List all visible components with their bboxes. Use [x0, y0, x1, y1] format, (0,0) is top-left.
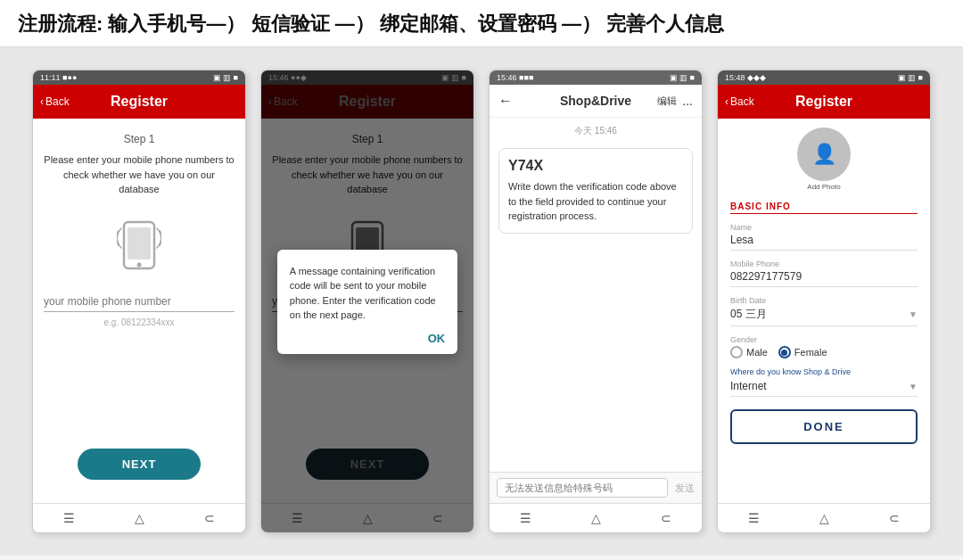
home-icon-1[interactable]: △ [135, 511, 144, 525]
back-arrow-3[interactable]: ← [498, 93, 513, 109]
avatar[interactable]: 👤 [797, 128, 851, 181]
male-label: Male [746, 347, 768, 358]
where-know-value: Internet [730, 380, 767, 392]
home-icon-4[interactable]: △ [819, 511, 829, 525]
page-heading: 注册流程: 输入手机号—） 短信验证 —） 绑定邮箱、设置密码 —） 完善个人信… [0, 0, 963, 47]
menu-icon-3[interactable]: ☰ [520, 511, 531, 525]
dialog-text: A message containing verification code w… [290, 264, 445, 323]
back-button-1[interactable]: ‹ Back [40, 95, 70, 108]
female-option[interactable]: Female [778, 346, 827, 358]
phone-icon-1 [117, 220, 161, 274]
back-icon-3[interactable]: ⊂ [661, 511, 671, 525]
edit-button[interactable]: 编辑 [657, 95, 677, 108]
dialog-ok-button[interactable]: OK [290, 332, 445, 345]
bottom-nav-3: ☰ △ ⊂ [490, 503, 702, 532]
svg-point-2 [137, 262, 142, 267]
phone-input-1[interactable] [44, 292, 235, 312]
screen-1: 11:11 ■●● ▣ ▥ ■ ‹ Back Register Step 1 P… [32, 70, 246, 533]
chat-input[interactable] [497, 478, 668, 498]
male-radio[interactable] [730, 346, 743, 358]
menu-icon-1[interactable]: ☰ [63, 511, 75, 525]
mobile-value[interactable]: 082297177579 [730, 270, 918, 287]
example-text-1: e.g. 08122334xxx [104, 317, 175, 327]
home-icon-3[interactable]: △ [591, 511, 601, 525]
mobile-field: Mobile Phone 082297177579 [730, 259, 918, 287]
header-title-1: Register [111, 94, 168, 110]
screen-3: 15:46 ■■■ ▣ ▥ ■ ← Shop&Drive 编辑 ... 今天 1… [489, 70, 703, 533]
step-label-1: Step 1 [124, 133, 155, 145]
screen-2: 15:46 ●●◆ ▣ ▥ ■ ‹ Back Register Step 1 P… [260, 70, 474, 533]
where-know-select[interactable]: Internet ▼ [730, 380, 918, 397]
where-know-link[interactable]: Where do you know Shop & Drive [730, 367, 918, 376]
gender-row: Male Female [730, 346, 918, 358]
dialog-overlay: A message containing verification code w… [261, 70, 473, 532]
chat-title: Shop&Drive [560, 94, 631, 108]
back-button-4[interactable]: ‹ Back [725, 95, 754, 108]
female-label: Female [794, 347, 827, 358]
birthdate-select[interactable]: 05 三月 ▼ [730, 307, 918, 326]
register-body: 👤 Add Photo BASIC INFO Name Lesa Mobile … [718, 119, 930, 503]
gender-label: Gender [730, 335, 918, 344]
next-button-1[interactable]: NEXT [78, 449, 202, 480]
step-desc-1: Please enter your mobile phone numbers t… [44, 152, 235, 197]
dropdown-arrow-where: ▼ [909, 382, 918, 391]
chat-bubble: Y74X Write down the verification code ab… [498, 148, 693, 234]
name-value[interactable]: Lesa [730, 234, 918, 251]
female-radio[interactable] [778, 346, 791, 358]
avatar-area: 👤 Add Photo [730, 128, 918, 191]
more-button[interactable]: ... [682, 94, 693, 108]
bottom-nav-4: ☰ △ ⊂ [718, 503, 930, 532]
dialog-box: A message containing verification code w… [277, 250, 457, 354]
mobile-number-input-1[interactable] [44, 292, 235, 311]
name-field: Name Lesa [730, 223, 918, 251]
back-icon-1[interactable]: ⊂ [204, 511, 215, 525]
chat-header: ← Shop&Drive 编辑 ... [490, 85, 702, 118]
screens-container: 11:11 ■●● ▣ ▥ ■ ‹ Back Register Step 1 P… [0, 47, 963, 556]
male-option[interactable]: Male [730, 346, 768, 358]
basic-info-label: BASIC INFO [730, 202, 918, 214]
gender-field: Gender Male Female [730, 335, 918, 358]
verification-code: Y74X [508, 158, 683, 174]
status-bar-3: 15:46 ■■■ ▣ ▥ ■ [490, 70, 702, 85]
birthdate-field: Birth Date 05 三月 ▼ [730, 296, 918, 326]
send-button[interactable]: 发送 [675, 482, 695, 495]
chat-message: Write down the verification code above t… [508, 179, 683, 224]
add-photo-label: Add Photo [807, 183, 840, 191]
app-header-4: ‹ Back Register [718, 85, 930, 119]
avatar-icon: 👤 [812, 143, 836, 166]
back-icon-4[interactable]: ⊂ [889, 511, 900, 525]
status-bar-4: 15:48 ◆◆◆ ▣ ▥ ■ [718, 70, 930, 85]
chat-date: 今天 15:46 [490, 118, 702, 144]
app-header-1: ‹ Back Register [33, 85, 245, 119]
header-title-4: Register [795, 94, 852, 110]
birthdate-label: Birth Date [730, 296, 918, 305]
chat-input-row: 发送 [490, 472, 702, 503]
menu-icon-4[interactable]: ☰ [748, 511, 760, 525]
screen-4: 15:48 ◆◆◆ ▣ ▥ ■ ‹ Back Register 👤 Add Ph… [717, 70, 931, 533]
bottom-nav-1: ☰ △ ⊂ [33, 503, 245, 532]
dropdown-arrow-birthdate: ▼ [909, 309, 918, 319]
mobile-label: Mobile Phone [730, 259, 918, 268]
screen-body-1: Step 1 Please enter your mobile phone nu… [33, 119, 245, 503]
status-bar-1: 11:11 ■●● ▣ ▥ ■ [33, 70, 245, 85]
svg-rect-1 [128, 227, 151, 259]
done-button[interactable]: DONE [730, 409, 918, 444]
birthdate-value: 05 三月 [730, 307, 767, 322]
name-label: Name [730, 223, 918, 232]
